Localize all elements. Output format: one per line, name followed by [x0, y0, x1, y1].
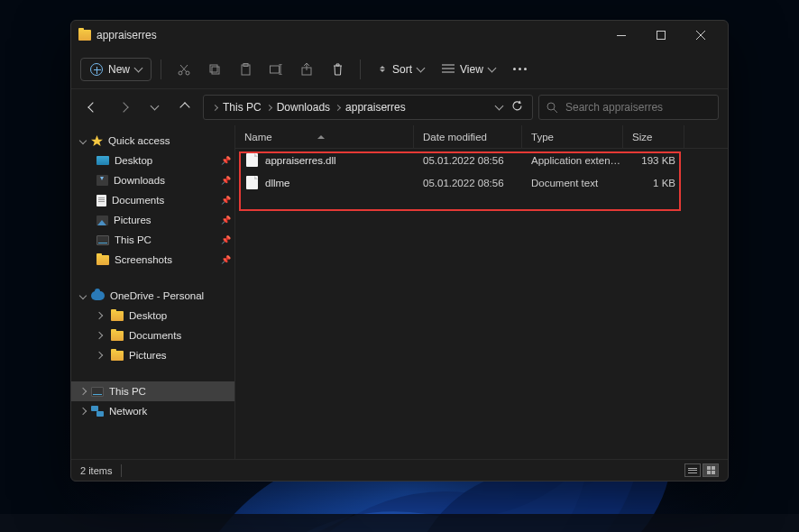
sidebar-od-pictures[interactable]: Pictures	[71, 345, 234, 365]
close-button[interactable]	[681, 22, 721, 49]
file-row[interactable]: appraiserres.dll 05.01.2022 08:56 Applic…	[235, 149, 728, 171]
details-view-toggle[interactable]	[684, 463, 701, 477]
sidebar-screenshots[interactable]: Screenshots📌	[71, 250, 234, 270]
plus-icon	[90, 63, 103, 76]
svg-point-10	[547, 103, 555, 110]
more-button[interactable]	[506, 68, 534, 70]
pin-icon: 📌	[221, 235, 231, 244]
sort-button[interactable]: Sort	[370, 60, 431, 79]
pin-icon: 📌	[221, 156, 231, 165]
file-date: 05.01.2022 08:56	[414, 155, 522, 166]
explorer-window: appraiserres New Sort View	[70, 20, 729, 482]
column-name[interactable]: Name	[235, 125, 414, 148]
view-icon	[442, 64, 455, 74]
sidebar-pictures[interactable]: Pictures📌	[71, 210, 234, 230]
item-count: 2 items	[80, 465, 112, 476]
chevron-right-icon	[212, 104, 218, 110]
sidebar-documents[interactable]: Documents📌	[71, 190, 234, 210]
sidebar-downloads[interactable]: Downloads📌	[71, 170, 234, 190]
up-button[interactable]	[172, 95, 197, 120]
toolbar: New Sort View	[71, 50, 728, 89]
pc-icon	[96, 235, 109, 245]
minimize-button[interactable]	[602, 22, 641, 49]
file-icon	[246, 176, 258, 189]
forward-button[interactable]	[111, 95, 136, 120]
back-button[interactable]	[80, 95, 106, 120]
folder-icon	[111, 331, 124, 341]
desktop-icon	[96, 156, 109, 165]
folder-icon	[96, 255, 109, 265]
separator	[121, 464, 122, 477]
file-row[interactable]: dllme 05.01.2022 08:56 Document text 1 K…	[235, 171, 728, 194]
content-area: Name Date modified Type Size appraiserre…	[235, 125, 728, 459]
file-date: 05.01.2022 08:56	[414, 178, 522, 188]
chevron-right-icon	[266, 104, 272, 110]
documents-icon	[96, 195, 106, 206]
address-bar[interactable]: This PC Downloads appraiserres	[203, 95, 533, 120]
share-button[interactable]	[293, 56, 320, 83]
recent-button[interactable]	[142, 95, 167, 120]
breadcrumb-this-pc[interactable]: This PC	[219, 99, 265, 115]
file-name: dllme	[265, 178, 289, 188]
column-date[interactable]: Date modified	[414, 125, 522, 148]
sidebar-od-documents[interactable]: Documents	[71, 326, 234, 345]
cut-button[interactable]	[170, 56, 197, 83]
pc-icon	[91, 387, 104, 397]
view-button[interactable]: View	[435, 60, 502, 79]
column-headers: Name Date modified Type Size	[235, 125, 728, 149]
sidebar-network[interactable]: Network	[71, 401, 234, 421]
chevron-right-icon	[335, 104, 341, 110]
paste-button[interactable]	[232, 56, 259, 83]
rename-button[interactable]	[262, 56, 289, 83]
separator	[161, 60, 161, 79]
pin-icon: 📌	[221, 255, 231, 264]
search-input[interactable]: Search appraiserres	[538, 95, 719, 120]
file-icon	[246, 153, 258, 167]
svg-rect-0	[617, 35, 626, 36]
pictures-icon	[96, 216, 108, 225]
sidebar-desktop[interactable]: Desktop📌	[71, 151, 234, 170]
pin-icon: 📌	[221, 216, 231, 225]
file-name: appraiserres.dll	[265, 155, 336, 166]
svg-rect-1	[657, 32, 666, 40]
column-type[interactable]: Type	[522, 125, 623, 148]
downloads-icon	[96, 175, 108, 186]
folder-icon	[111, 311, 124, 321]
refresh-button[interactable]	[511, 100, 523, 115]
file-list[interactable]: appraiserres.dll 05.01.2022 08:56 Applic…	[235, 149, 728, 459]
breadcrumb-appraiserres[interactable]: appraiserres	[342, 99, 409, 115]
chevron-down-icon	[487, 63, 496, 72]
sidebar-this-pc-quick[interactable]: This PC📌	[71, 230, 234, 250]
cloud-icon	[91, 291, 105, 300]
taskbar	[0, 514, 799, 532]
sidebar-this-pc[interactable]: This PC	[71, 381, 234, 401]
folder-icon	[111, 351, 124, 361]
new-button[interactable]: New	[80, 58, 152, 81]
copy-button[interactable]	[201, 56, 228, 83]
icons-view-toggle[interactable]	[703, 463, 719, 477]
svg-rect-8	[270, 66, 279, 73]
maximize-button[interactable]	[641, 22, 681, 49]
view-label: View	[460, 63, 483, 76]
statusbar: 2 items	[71, 459, 728, 481]
sidebar-od-desktop[interactable]: Desktop	[71, 306, 234, 326]
svg-rect-5	[212, 67, 219, 74]
sidebar-onedrive[interactable]: OneDrive - Personal	[71, 286, 234, 306]
star-icon	[91, 135, 103, 147]
separator	[360, 60, 361, 79]
sort-asc-icon	[317, 135, 325, 139]
folder-icon	[78, 30, 91, 41]
titlebar[interactable]: appraiserres	[71, 21, 728, 50]
sidebar-quick-access[interactable]: Quick access	[71, 131, 234, 151]
address-dropdown[interactable]	[495, 102, 504, 111]
new-label: New	[108, 63, 130, 76]
svg-rect-4	[210, 65, 217, 72]
delete-button[interactable]	[324, 56, 351, 83]
breadcrumb-downloads[interactable]: Downloads	[273, 99, 334, 115]
search-icon	[546, 102, 558, 114]
column-size[interactable]: Size	[623, 125, 684, 148]
network-icon	[91, 406, 104, 417]
file-type: Application extens...	[522, 155, 623, 166]
chevron-down-icon	[417, 63, 426, 72]
window-title: appraiserres	[96, 29, 157, 41]
